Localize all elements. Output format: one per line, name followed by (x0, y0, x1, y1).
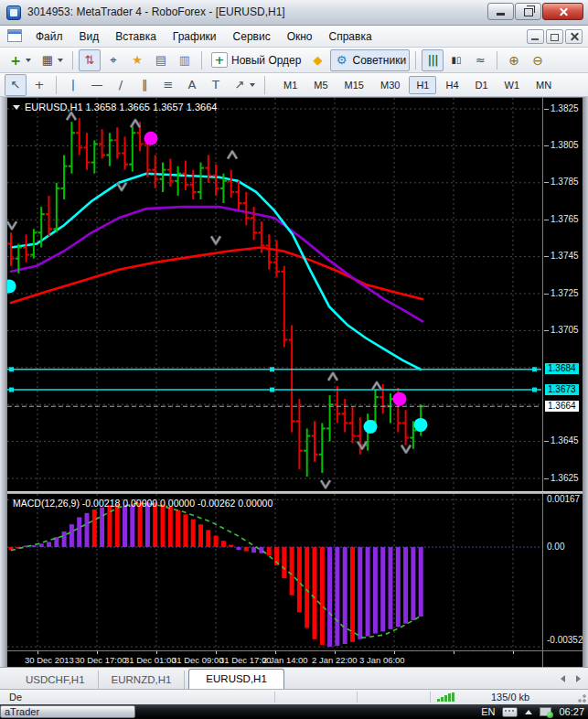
timeframe-h1[interactable]: H1 (409, 76, 436, 94)
close-icon (558, 6, 568, 16)
tab-eurnzd-h1[interactable]: EURNZD,H1 (99, 671, 186, 689)
tab-eurusd-h1[interactable]: EURUSD,H1 (188, 669, 283, 690)
timeframe-w1[interactable]: W1 (497, 76, 528, 94)
zoom-in-button[interactable]: ⊕ (503, 49, 525, 71)
window-right-border (583, 97, 588, 689)
taskbar-clock[interactable]: 06:27 (559, 706, 584, 717)
price-chart[interactable] (7, 98, 542, 491)
status-context: De (9, 692, 22, 703)
chevron-down-icon (13, 105, 20, 110)
line-chart-button[interactable]: ≈ (469, 49, 491, 71)
time-tick (275, 651, 276, 654)
show-hidden-icons-arrow[interactable] (525, 710, 532, 714)
child-restore-button[interactable] (546, 29, 563, 44)
alert-button[interactable]: ◆ (306, 49, 328, 71)
minimize-button[interactable] (487, 3, 514, 20)
network-status-icon[interactable] (540, 707, 551, 716)
menu-item-insert[interactable]: Вставка (107, 27, 165, 46)
new-order-label: Новый Ордер (231, 54, 301, 67)
horizontal-line-icon: — (90, 78, 104, 92)
trendline-button[interactable]: / (110, 74, 132, 96)
expert-advisors-button[interactable]: ⚙Советники (330, 49, 410, 71)
crosshair-target-icon: ⌖ (106, 53, 121, 68)
price-tick: 1.3625 (551, 473, 579, 483)
timeframe-mn[interactable]: MN (529, 76, 559, 94)
crosshair-target-button[interactable]: ⌖ (102, 49, 124, 71)
status-divider (430, 692, 431, 703)
child-close-button[interactable] (565, 29, 583, 44)
title-bar[interactable]: 3014953: MetaTrader 4 - RoboForex - [EUR… (0, 0, 588, 26)
dropdown-arrow-icon[interactable] (58, 59, 63, 62)
timeframe-d1[interactable]: D1 (468, 76, 496, 94)
toolbar-separator (415, 51, 416, 70)
timeframe-m1[interactable]: M1 (276, 76, 305, 94)
new-chart-button[interactable]: + (5, 49, 35, 71)
menu-bar: ФайлВидВставкаГрафикиСервисОкноСправка (0, 26, 588, 48)
data-window-button[interactable]: ▥ (174, 49, 196, 71)
price-tick: 1.3745 (551, 251, 579, 261)
text-icon: A (185, 78, 199, 92)
menu-item-window[interactable]: Окно (279, 27, 321, 46)
text-label-button[interactable]: T (205, 74, 227, 96)
horizontal-level-line-2[interactable] (7, 388, 541, 392)
dropdown-arrow-icon[interactable] (26, 59, 31, 62)
menu-item-view[interactable]: Вид (71, 27, 108, 46)
price-flag-1.3673: 1.3673 (545, 384, 579, 395)
text-button[interactable]: A (181, 74, 203, 96)
profiles-button[interactable]: ▦ (37, 49, 67, 71)
candle-chart-button[interactable]: ▮▯ (445, 49, 467, 71)
timeframe-group: M1M5M15M30H1H4D1W1MN (275, 76, 560, 94)
market-watch-button[interactable]: ▤ (150, 49, 172, 71)
menu-item-help[interactable]: Справка (321, 27, 380, 46)
status-divider (357, 692, 358, 703)
zoom-in-icon: ⊕ (507, 53, 521, 68)
keyboard-icon[interactable] (502, 707, 518, 717)
connection-signal-icon (437, 692, 454, 702)
toolbar-separator (56, 76, 57, 94)
time-label: 30 Dec 17:00 (75, 655, 127, 665)
child-minimize-button[interactable] (527, 29, 544, 44)
chart-ohlc-header: EURUSD,H1 1.3658 1.3665 1.3657 1.3664 (25, 102, 217, 113)
arrows-button[interactable]: ↗ (229, 74, 259, 96)
vertical-line-button[interactable]: | (62, 74, 84, 96)
horizontal-line-button[interactable]: — (86, 74, 108, 96)
data-window-icon: ▥ (177, 53, 192, 68)
expert-advisors-label: Советники (352, 54, 406, 67)
time-label: 2 Jan 22:00 (312, 655, 358, 665)
minimize-icon (497, 13, 505, 16)
chart-window-icon (7, 29, 22, 42)
tab-scroll-right-icon[interactable] (576, 675, 581, 682)
favorites-button[interactable]: ★ (126, 49, 148, 71)
cursor-button[interactable]: ↖ (5, 74, 27, 96)
menu-item-charts[interactable]: Графики (165, 27, 225, 46)
timeframe-m5[interactable]: M5 (306, 76, 335, 94)
zoom-out-button[interactable]: ⊖ (527, 49, 549, 71)
language-indicator[interactable]: EN (481, 706, 495, 717)
taskbar-app-button[interactable]: aTrader (0, 705, 135, 718)
timeframe-m30[interactable]: M30 (373, 76, 407, 94)
dropdown-arrow-icon[interactable] (250, 83, 255, 87)
line-chart-icon: ≈ (473, 53, 487, 68)
equidistant-channel-button[interactable]: ∥ (134, 74, 155, 96)
macd-indicator[interactable] (7, 494, 542, 651)
fibonacci-button[interactable]: ≡ (157, 74, 179, 96)
crosshair-button[interactable]: + (28, 74, 50, 96)
time-axis[interactable]: 30 Dec 201330 Dec 17:0031 Dec 01:0031 De… (7, 651, 583, 668)
menu-item-service[interactable]: Сервис (225, 27, 279, 46)
timeframe-m15[interactable]: M15 (337, 76, 371, 94)
tab-scroll-left-icon[interactable] (561, 675, 565, 682)
chart-header[interactable]: EURUSD,H1 1.3658 1.3665 1.3657 1.3664 (13, 102, 217, 113)
chart-shift-button[interactable]: ⇅ (79, 49, 101, 71)
timeframe-h4[interactable]: H4 (438, 76, 465, 94)
new-order-button[interactable]: +Новый Ордер (208, 49, 305, 71)
tab-usdchf-h1[interactable]: USDCHF,H1 (13, 671, 99, 689)
price-tick: 1.3725 (551, 288, 579, 298)
bar-chart-button[interactable]: ||| (422, 49, 444, 71)
menu-item-file[interactable]: Файл (27, 27, 71, 46)
time-tick (454, 651, 454, 654)
resize-grip[interactable] (575, 692, 586, 703)
zoom-out-icon: ⊖ (530, 53, 545, 68)
restore-button[interactable] (515, 3, 541, 20)
price-scale[interactable]: 1.38251.38051.37851.37651.37451.37251.37… (543, 98, 583, 491)
close-button[interactable] (542, 3, 583, 20)
